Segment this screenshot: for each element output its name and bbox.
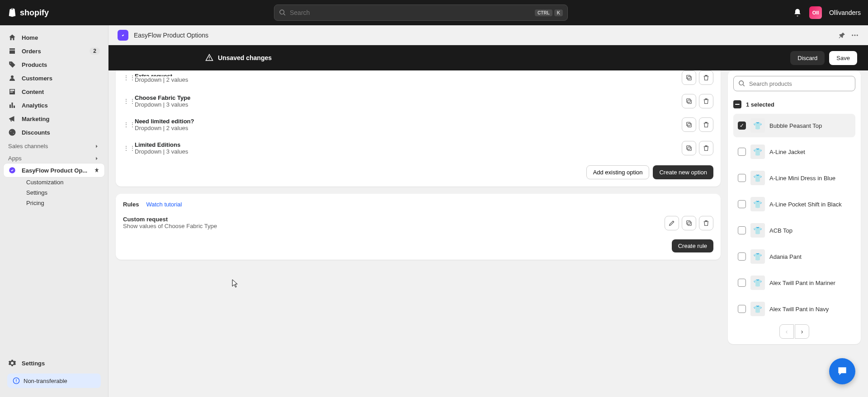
create-rule-button[interactable]: Create rule xyxy=(672,239,713,252)
avatar[interactable]: Oll xyxy=(809,6,822,19)
option-row: ⋮⋮ Extra request Dropdown | 2 values xyxy=(123,70,713,89)
product-name: A-Line Mini Dress in Blue xyxy=(769,175,835,182)
product-item[interactable]: 👕 ACB Top xyxy=(733,219,855,242)
orders-badge: 2 xyxy=(90,47,100,55)
product-thumb: 👕 xyxy=(750,276,765,290)
notifications-icon[interactable] xyxy=(793,8,802,17)
product-search[interactable] xyxy=(733,76,855,91)
product-item[interactable]: 👕 Alex Twill Pant in Navy xyxy=(733,297,855,321)
delete-button[interactable] xyxy=(699,94,713,108)
duplicate-button[interactable] xyxy=(682,70,696,85)
indeterminate-checkbox[interactable] xyxy=(733,100,741,108)
product-name: ACB Top xyxy=(769,227,793,234)
product-checkbox[interactable] xyxy=(738,121,746,130)
product-name: Alex Twill Pant in Navy xyxy=(769,306,829,313)
product-checkbox[interactable] xyxy=(738,305,746,313)
create-new-option-button[interactable]: Create new option xyxy=(653,165,713,179)
search-icon xyxy=(279,9,286,16)
product-checkbox[interactable] xyxy=(738,252,746,261)
edit-button[interactable] xyxy=(665,216,679,230)
product-thumb: 👕 xyxy=(750,171,765,185)
nav-marketing[interactable]: Marketing xyxy=(4,112,104,126)
nav-customers[interactable]: Customers xyxy=(4,71,104,85)
add-existing-option-button[interactable]: Add existing option xyxy=(586,165,650,179)
svg-rect-10 xyxy=(687,122,690,126)
section-sales-channels[interactable]: Sales channels xyxy=(4,139,104,151)
prev-page-button[interactable]: ‹ xyxy=(779,324,794,339)
subnav-settings[interactable]: Settings xyxy=(22,187,104,198)
subnav-customization[interactable]: Customization xyxy=(22,177,104,187)
product-checkbox[interactable] xyxy=(738,200,746,208)
delete-button[interactable] xyxy=(699,117,713,132)
product-checkbox[interactable] xyxy=(738,279,746,287)
rule-row: Custom request Show values of Choose Fab… xyxy=(123,212,713,234)
topbar-right: Oll Ollivanders xyxy=(793,6,861,19)
nav-orders[interactable]: Orders2 xyxy=(4,44,104,58)
subnav: Customization Settings Pricing xyxy=(4,177,104,208)
shopify-logo[interactable]: shopify xyxy=(7,7,49,18)
app-header-actions xyxy=(838,31,859,39)
unsaved-text: Unsaved changes xyxy=(218,54,272,61)
section-apps[interactable]: Apps xyxy=(4,151,104,163)
duplicate-button[interactable] xyxy=(682,94,696,108)
delete-button[interactable] xyxy=(699,70,713,85)
delete-button[interactable] xyxy=(699,216,713,230)
svg-point-2 xyxy=(852,34,853,36)
rules-card: Rules Watch tutorial Custom request Show… xyxy=(116,194,721,260)
options-actions: Add existing option Create new option xyxy=(123,165,713,179)
svg-rect-14 xyxy=(687,221,690,224)
nav-products[interactable]: Products xyxy=(4,58,104,71)
product-checkbox[interactable] xyxy=(738,148,746,156)
topbar: shopify CTRL K Oll Ollivanders xyxy=(0,0,868,25)
chat-fab[interactable] xyxy=(829,358,855,384)
next-page-button[interactable]: › xyxy=(795,324,809,339)
nav-settings[interactable]: Settings xyxy=(4,356,104,370)
pin-icon[interactable] xyxy=(94,167,100,173)
product-checkbox[interactable] xyxy=(738,226,746,234)
nav-content[interactable]: Content xyxy=(4,85,104,98)
product-thumb: 👕 xyxy=(750,145,765,159)
search-input[interactable] xyxy=(290,9,531,16)
product-item[interactable]: 👕 A-Line Pocket Shift in Black xyxy=(733,192,855,216)
pager: ‹ › xyxy=(733,324,855,339)
drag-handle-icon[interactable]: ⋮⋮ xyxy=(123,145,129,152)
product-item[interactable]: 👕 Adania Pant xyxy=(733,245,855,268)
brand-text: shopify xyxy=(20,8,49,18)
subnav-pricing[interactable]: Pricing xyxy=(22,198,104,208)
search-box[interactable]: CTRL K xyxy=(274,5,568,21)
save-button[interactable]: Save xyxy=(829,51,857,65)
discard-button[interactable]: Discard xyxy=(790,51,825,65)
duplicate-button[interactable] xyxy=(682,216,696,230)
product-thumb: 👕 xyxy=(750,118,765,133)
nav-discounts[interactable]: Discounts xyxy=(4,126,104,139)
product-item[interactable]: 👕 A-Line Jacket xyxy=(733,140,855,163)
svg-point-3 xyxy=(854,34,856,36)
delete-button[interactable] xyxy=(699,141,713,155)
more-icon[interactable] xyxy=(851,31,859,39)
product-name: Alex Twill Pant in Mariner xyxy=(769,280,835,286)
product-search-input[interactable] xyxy=(749,80,850,87)
pin-icon[interactable] xyxy=(838,31,846,39)
drag-handle-icon[interactable]: ⋮⋮ xyxy=(123,98,129,105)
product-name: A-Line Pocket Shift in Black xyxy=(769,201,842,208)
username[interactable]: Ollivanders xyxy=(829,9,861,16)
product-item[interactable]: 👕 Alex Twill Pant in Mariner xyxy=(733,271,855,294)
duplicate-button[interactable] xyxy=(682,141,696,155)
nav-analytics[interactable]: Analytics xyxy=(4,98,104,112)
svg-rect-5 xyxy=(688,76,691,80)
duplicate-button[interactable] xyxy=(682,117,696,132)
watch-tutorial-link[interactable]: Watch tutorial xyxy=(146,201,182,208)
product-thumb: 👕 xyxy=(750,302,765,316)
product-checkbox[interactable] xyxy=(738,174,746,182)
product-name: Bubble Peasant Top xyxy=(769,122,822,129)
product-item[interactable]: 👕 Bubble Peasant Top xyxy=(733,114,855,137)
option-row: ⋮⋮ Need limited edition? Dropdown | 2 va… xyxy=(123,113,713,136)
product-item[interactable]: 👕 A-Line Mini Dress in Blue xyxy=(733,166,855,190)
non-transferable-badge[interactable]: Non-transferable xyxy=(7,374,101,388)
nav-home[interactable]: Home xyxy=(4,31,104,44)
drag-handle-icon[interactable]: ⋮⋮ xyxy=(123,121,129,128)
chevron-right-icon xyxy=(94,155,100,162)
drag-handle-icon[interactable]: ⋮⋮ xyxy=(123,74,129,81)
app-title: EasyFlow Product Options xyxy=(134,32,208,39)
sidebar-app-easyflow[interactable]: EasyFlow Product Op... xyxy=(4,163,104,177)
